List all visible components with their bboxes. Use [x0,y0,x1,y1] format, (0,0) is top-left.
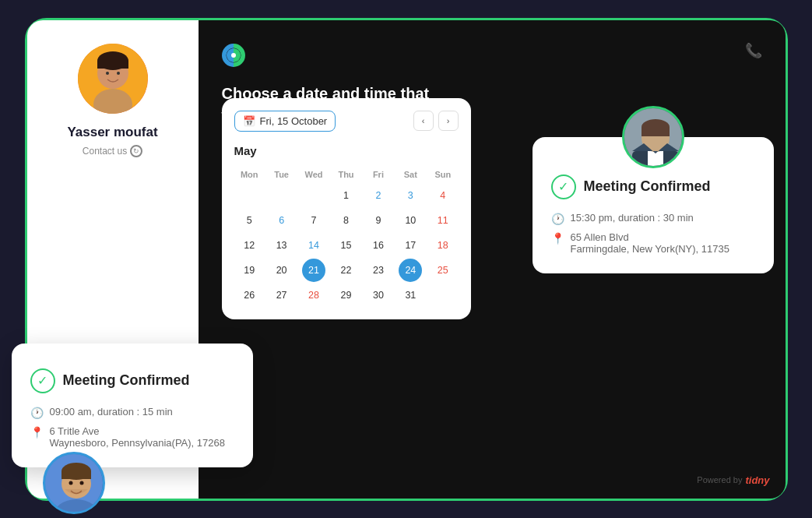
day-10[interactable]: 10 [399,209,422,232]
brand-logo: tidny [745,474,769,486]
day-wed: Wed [298,167,329,182]
contact-label: Contact us [83,146,127,157]
day-21[interactable]: 21 [302,259,325,282]
powered-by: Powered by tidny [697,474,769,486]
day-26[interactable]: 26 [237,284,261,307]
meeting-title-left: ✓ Meeting Confirmed [30,368,234,393]
avatar-top [78,44,148,114]
logo-area [222,44,762,67]
svg-point-20 [69,481,72,485]
day-19[interactable]: 19 [237,259,261,282]
day-empty [237,184,261,207]
phone-icon: 📞 [745,42,762,59]
clock-icon-left: 🕐 [30,407,44,419]
address-text-left: 6 Tritle Ave Waynesboro, Pennsylvania(PA… [50,425,225,449]
calendar-icon: 📅 [243,115,255,127]
day-6[interactable]: 6 [270,209,294,232]
day-16[interactable]: 16 [367,234,390,257]
svg-point-5 [106,72,109,75]
calendar-date-label: 📅 Fri, 15 October [234,111,336,132]
meeting-confirmed-left: Meeting Confirmed [63,372,190,389]
meeting-title-right: ✓ Meeting Confirmed [551,174,755,199]
main-content: 📞 Choose a date and time that works for … [199,20,786,499]
address-text-right: 65 Allen Blvd Farmingdale, New York(NY),… [571,231,730,255]
day-2[interactable]: 2 [367,184,390,207]
svg-point-8 [231,53,236,58]
day-sat: Sat [395,167,426,182]
day-28[interactable]: 28 [302,284,325,307]
check-icon-left: ✓ [30,368,55,393]
time-row-right: 🕐 15:30 pm, duration : 30 min [551,212,755,225]
day-17[interactable]: 17 [399,234,422,257]
day-27[interactable]: 27 [270,284,294,307]
prev-month-button[interactable]: ‹ [413,111,434,131]
calendar-card: 📅 Fri, 15 October ‹ › May Mon Tue Wed Th… [222,98,471,319]
logo-icon [222,44,245,67]
day-mon: Mon [234,167,265,182]
day-sun: Sun [427,167,458,182]
day-empty [270,184,294,207]
day-3[interactable]: 3 [399,184,422,207]
day-9[interactable]: 9 [367,209,390,232]
day-24[interactable]: 24 [399,259,422,282]
calendar-month: May [234,144,459,157]
powered-label: Powered by [697,475,742,485]
time-row-left: 🕐 09:00 am, duration : 15 min [30,406,234,419]
meeting-info-left: 🕐 09:00 am, duration : 15 min 📍 6 Tritle… [30,406,234,449]
day-13[interactable]: 13 [270,234,294,257]
day-8[interactable]: 8 [334,209,357,232]
check-icon-right: ✓ [551,174,576,199]
location-icon-right: 📍 [551,232,564,245]
day-30[interactable]: 30 [367,284,390,307]
day-empty-end [431,284,455,307]
address-row-left: 📍 6 Tritle Ave Waynesboro, Pennsylvania(… [30,425,234,449]
time-text-right: 15:30 pm, duration : 30 min [571,212,694,224]
day-25[interactable]: 25 [431,259,455,282]
day-fri: Fri [363,167,393,182]
svg-rect-19 [62,471,91,479]
day-22[interactable]: 22 [334,259,357,282]
day-empty [302,184,325,207]
svg-rect-4 [97,61,128,69]
date-text: Fri, 15 October [260,115,328,127]
meeting-right-area: ✓ Meeting Confirmed 🕐 15:30 pm, duration… [533,106,774,273]
day-4[interactable]: 4 [431,184,455,207]
day-5[interactable]: 5 [237,209,261,232]
svg-rect-11 [648,151,663,168]
calendar-header: 📅 Fri, 15 October ‹ › [234,111,459,132]
day-23[interactable]: 23 [367,259,390,282]
day-11[interactable]: 11 [431,209,455,232]
day-12[interactable]: 12 [237,234,261,257]
next-month-button[interactable]: › [438,111,459,131]
day-tue: Tue [266,167,297,182]
address-row-right: 📍 65 Allen Blvd Farmingdale, New York(NY… [551,231,755,255]
day-18[interactable]: 18 [431,234,455,257]
day-20[interactable]: 20 [270,259,294,282]
day-1[interactable]: 1 [334,184,357,207]
day-29[interactable]: 29 [334,284,357,307]
refresh-icon: ↻ [130,145,142,157]
day-14[interactable]: 14 [302,234,325,257]
svg-rect-14 [642,127,670,136]
time-text-left: 09:00 am, duration : 15 min [50,406,173,418]
svg-point-6 [117,72,120,75]
calendar-nav: ‹ › [413,111,459,131]
calendar-grid: Mon Tue Wed Thu Fri Sat Sun 1 2 3 4 5 6 … [234,167,459,307]
day-15[interactable]: 15 [334,234,357,257]
day-thu: Thu [331,167,361,182]
meeting-left-area: ✓ Meeting Confirmed 🕐 09:00 am, duration… [19,452,105,483]
day-7[interactable]: 7 [302,209,325,232]
day-31[interactable]: 31 [399,284,422,307]
user-name: Yasser moufat [67,125,157,140]
meeting-confirmed-right: Meeting Confirmed [584,178,711,195]
clock-icon-right: 🕐 [551,213,564,225]
meeting-info-right: 🕐 15:30 pm, duration : 30 min 📍 65 Allen… [551,212,755,255]
svg-point-21 [79,481,83,485]
contact-us[interactable]: Contact us ↻ [83,145,142,157]
location-icon-left: 📍 [30,426,44,439]
meeting-card-left: ✓ Meeting Confirmed 🕐 09:00 am, duration… [12,344,253,467]
